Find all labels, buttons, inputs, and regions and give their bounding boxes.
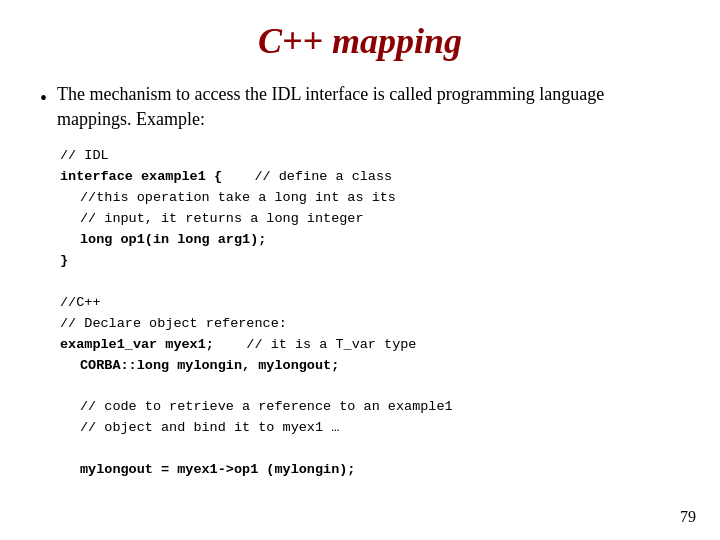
bullet-section: • The mechanism to access the IDL interf… xyxy=(40,82,680,132)
code-line-this-op: //this operation take a long int as its xyxy=(60,188,680,209)
code-line-interface: interface example1 { // define a class xyxy=(60,167,680,188)
code-line-final: mylongout = myex1->op1 (mylongin); xyxy=(60,460,680,481)
code-block: // IDL interface example1 { // define a … xyxy=(60,146,680,481)
code-line-input-returns: // input, it returns a long integer xyxy=(60,209,680,230)
page-number: 79 xyxy=(680,508,696,526)
code-line-cpp-comment: //C++ xyxy=(60,293,680,314)
code-line-code-comment1: // code to retrieve a reference to an ex… xyxy=(60,397,680,418)
code-line-idl-comment: // IDL xyxy=(60,146,680,167)
code-line-close-brace: } xyxy=(60,251,680,272)
code-line-corba: CORBA::long mylongin, mylongout; xyxy=(60,356,680,377)
bullet-dot: • xyxy=(40,84,47,112)
slide-title: C++ mapping xyxy=(40,20,680,62)
code-line-declare-comment: // Declare object reference: xyxy=(60,314,680,335)
code-line-example-var: example1_var myex1; // it is a T_var typ… xyxy=(60,335,680,356)
code-line-long-op: long op1(in long arg1); xyxy=(60,230,680,251)
bullet-text: The mechanism to access the IDL interfac… xyxy=(57,82,680,132)
code-line-code-comment2: // object and bind it to myex1 … xyxy=(60,418,680,439)
slide: C++ mapping • The mechanism to access th… xyxy=(0,0,720,540)
bullet-item: • The mechanism to access the IDL interf… xyxy=(40,82,680,132)
